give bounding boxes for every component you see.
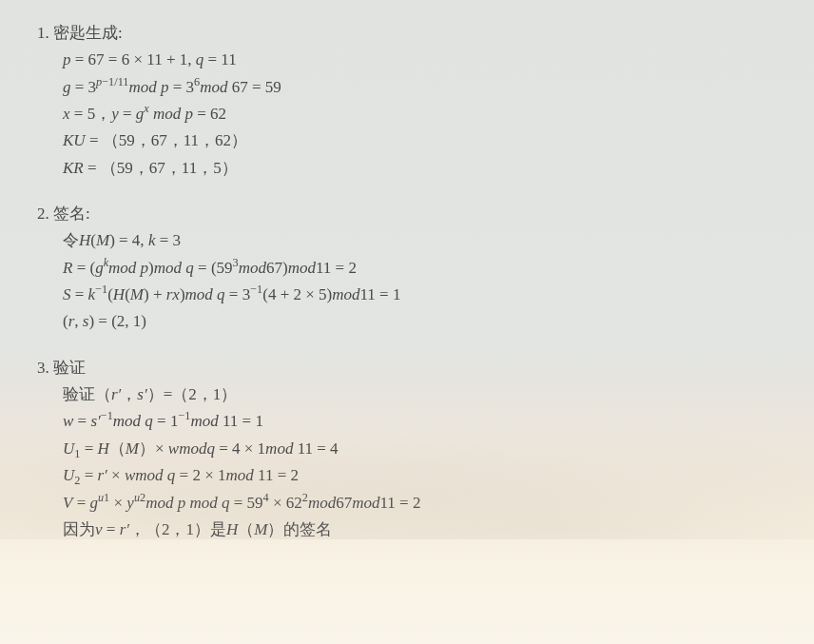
- eq-line: 令H(M) = 4, k = 3: [63, 228, 787, 253]
- section-verify: 验证 验证（r′，s′）=（2，1） w = s′−1mod q = 1−1mo…: [53, 356, 787, 542]
- section-keygen: 密匙生成: p = 67 = 6 × 11 + 1, q = 11 g = 3p…: [53, 21, 787, 181]
- eq-line: 因为v = r′，（2，1）是H（M）的签名: [63, 517, 787, 542]
- section-sign: 签名: 令H(M) = 4, k = 3 R = (gkmod p)mod q …: [53, 202, 787, 335]
- eq-line: (r, s) = (2, 1): [63, 309, 787, 334]
- eq-line: U1 = H（M）× wmodq = 4 × 1mod 11 = 4: [63, 437, 787, 461]
- eq-line: w = s′−1mod q = 1−1mod 11 = 1: [63, 409, 787, 434]
- document-page: 密匙生成: p = 67 = 6 × 11 + 1, q = 11 g = 3p…: [0, 0, 814, 542]
- section-heading: 验证: [53, 356, 787, 381]
- eq-line: p = 67 = 6 × 11 + 1, q = 11: [63, 48, 787, 72]
- section-list: 密匙生成: p = 67 = 6 × 11 + 1, q = 11 g = 3p…: [34, 21, 787, 542]
- eq-line: S = k−1(H(M) + rx)mod q = 3−1(4 + 2 × 5)…: [63, 283, 787, 307]
- section-body: p = 67 = 6 × 11 + 1, q = 11 g = 3p−1/11m…: [53, 48, 787, 181]
- section-body: 令H(M) = 4, k = 3 R = (gkmod p)mod q = (5…: [53, 228, 787, 334]
- section-heading: 签名:: [53, 202, 787, 226]
- eq-line: R = (gkmod p)mod q = (593mod67)mod11 = 2: [63, 256, 787, 281]
- eq-line: 验证（r′，s′）=（2，1）: [63, 382, 787, 407]
- eq-line: g = 3p−1/11mod p = 36mod 67 = 59: [63, 75, 787, 100]
- section-body: 验证（r′，s′）=（2，1） w = s′−1mod q = 1−1mod 1…: [53, 382, 787, 542]
- eq-line: U2 = r′ × wmod q = 2 × 1mod 11 = 2: [63, 463, 787, 488]
- eq-line: KU = （59，67，11，62）: [63, 128, 787, 153]
- section-heading: 密匙生成:: [53, 21, 787, 46]
- eq-line: KR = （59，67，11，5）: [63, 156, 787, 181]
- eq-line: x = 5，y = gx mod p = 62: [63, 102, 787, 127]
- eq-line: V = gu1 × yu2mod p mod q = 594 × 622mod6…: [63, 491, 787, 516]
